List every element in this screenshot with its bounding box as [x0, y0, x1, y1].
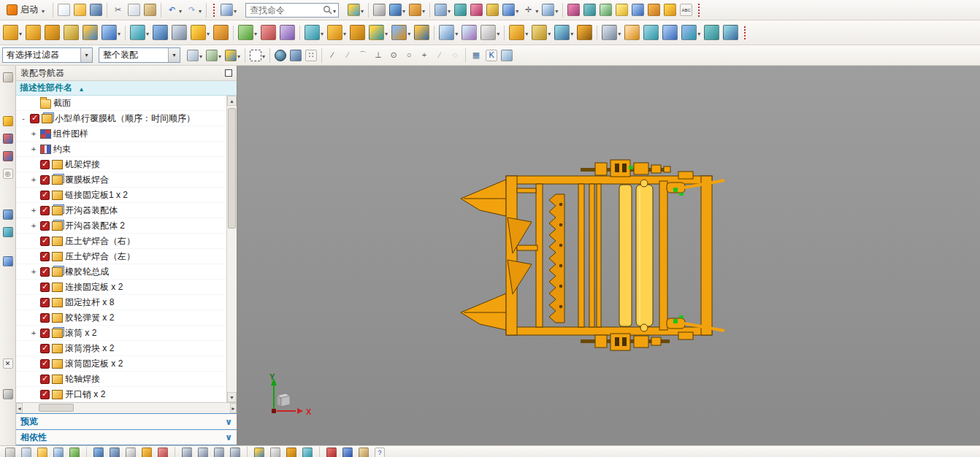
constraint-navigator-tab-icon[interactable]	[2, 133, 14, 145]
undo-icon[interactable]: ↶	[165, 3, 183, 17]
block-icon[interactable]	[190, 24, 210, 41]
layer-settings-icon[interactable]	[453, 3, 467, 17]
vertical-scrollbar[interactable]	[226, 96, 237, 402]
visibility-checkbox[interactable]	[40, 375, 50, 384]
toolbar-drag-handle[interactable]	[697, 2, 700, 18]
paste-icon[interactable]	[143, 3, 157, 17]
center-snap-icon[interactable]: ⊙	[387, 49, 400, 62]
lamp-icon[interactable]	[615, 3, 629, 17]
tree-expander-icon[interactable]: +	[29, 145, 38, 154]
dependencies-section-header[interactable]: 相依性	[16, 429, 237, 445]
visibility-checkbox[interactable]	[40, 267, 50, 277]
selection-box-icon[interactable]	[567, 3, 581, 17]
visibility-checkbox[interactable]	[40, 237, 50, 246]
tree-item[interactable]: +开沟器装配体 2	[16, 218, 226, 234]
new-component-icon[interactable]	[25, 24, 42, 41]
panel-undock-icon[interactable]	[225, 69, 232, 77]
snapshot-icon[interactable]	[269, 447, 281, 457]
ruled-surface-icon[interactable]	[703, 24, 720, 41]
kinematics-icon[interactable]: K	[485, 49, 498, 62]
hd3d-tools-tab-icon[interactable]	[2, 209, 14, 220]
perspective-icon[interactable]	[93, 447, 104, 457]
show-hide-icon-dropdown[interactable]	[448, 5, 451, 15]
undo-icon-dropdown[interactable]	[179, 5, 182, 15]
tree-item[interactable]: +橡胶轮总成	[16, 264, 226, 280]
tree-item[interactable]: 开口销 x 2	[16, 387, 226, 402]
trimetric-view-icon[interactable]	[229, 447, 241, 457]
red-arrow-icon[interactable]	[326, 447, 337, 457]
measure-distance-icon[interactable]	[541, 3, 559, 17]
add-component-icon-dropdown[interactable]	[19, 28, 22, 38]
selection-filter-dropdown-icon[interactable]	[80, 48, 92, 62]
show-hide-icon[interactable]	[434, 3, 451, 17]
hole-icon[interactable]	[171, 24, 188, 41]
through-curves-icon-dropdown[interactable]	[697, 28, 700, 38]
studio-view-icon[interactable]	[141, 447, 153, 457]
toolbar-drag-handle[interactable]	[743, 25, 746, 41]
mirror-feature-icon-dropdown[interactable]	[548, 28, 551, 38]
pan-icon[interactable]	[53, 447, 64, 457]
wireframe-view-icon[interactable]	[125, 447, 137, 457]
quadrant-snap-icon[interactable]: ⊥	[372, 49, 385, 62]
top-view-icon[interactable]	[197, 447, 209, 457]
visibility-checkbox[interactable]	[40, 344, 50, 353]
window-layout-icon[interactable]	[347, 3, 364, 17]
tree-item[interactable]: 机架焊接	[16, 157, 226, 172]
component-pattern-icon[interactable]	[44, 24, 61, 41]
scroll-left-icon[interactable]	[16, 403, 23, 413]
selection-filter-combo[interactable]: 有选择过滤器	[2, 47, 93, 63]
reuse-library-tab-icon[interactable]: ◎	[2, 168, 14, 180]
grid-display-icon[interactable]: ▦	[470, 49, 483, 62]
thread-icon[interactable]	[601, 24, 621, 41]
part-navigator-tab-icon[interactable]	[2, 150, 14, 162]
annotation-icon[interactable]: ABC	[679, 3, 693, 17]
tree-item[interactable]: 压土铲焊合（右）	[16, 234, 226, 249]
selection-scope-dropdown-icon[interactable]	[168, 48, 180, 62]
touch-mode-tab-icon[interactable]	[2, 388, 14, 400]
tree-item[interactable]: +约束	[16, 142, 226, 157]
thicken-icon[interactable]	[643, 24, 659, 41]
sweep-icon[interactable]	[554, 24, 574, 41]
print-icon[interactable]	[372, 3, 386, 17]
blue-arrow-icon[interactable]	[342, 447, 353, 457]
point-icon-dropdown[interactable]	[497, 28, 499, 38]
visibility-checkbox[interactable]	[40, 329, 50, 338]
datum-plane-icon[interactable]	[438, 24, 459, 41]
shaded-ball-icon[interactable]	[274, 49, 287, 62]
trim-body-icon-dropdown[interactable]	[407, 28, 410, 38]
extrude-icon-dropdown[interactable]	[146, 28, 149, 38]
front-view-icon[interactable]	[181, 447, 193, 457]
isometric-view-icon[interactable]	[213, 447, 225, 457]
tree-item[interactable]: 压土铲焊合（左）	[16, 249, 226, 264]
start-menu-button[interactable]: 启动	[2, 2, 49, 18]
tree-item[interactable]: 链接固定板1 x 2	[16, 188, 226, 203]
visibility-checkbox[interactable]	[30, 114, 39, 123]
toolbar-drag-handle[interactable]	[213, 2, 215, 18]
rotate-view-icon[interactable]	[69, 447, 80, 457]
visibility-checkbox[interactable]	[40, 252, 50, 261]
material-icon[interactable]	[470, 3, 483, 17]
system-materials-tab-icon[interactable]: ✕	[2, 358, 14, 369]
angle-snap-icon[interactable]: ∕	[433, 49, 446, 62]
visibility-checkbox[interactable]	[40, 298, 50, 307]
split-body-icon[interactable]	[413, 24, 430, 41]
unite-icon[interactable]	[237, 24, 258, 41]
face-analysis-icon[interactable]	[157, 447, 169, 457]
scroll-right-icon[interactable]	[230, 403, 237, 413]
shell-icon[interactable]	[368, 24, 388, 41]
horizontal-scroll-thumb[interactable]	[39, 404, 74, 412]
visibility-checkbox[interactable]	[40, 221, 50, 231]
display-mode-icon[interactable]	[388, 3, 406, 17]
workpiece-icon[interactable]	[289, 49, 302, 62]
intersect-icon[interactable]	[279, 24, 296, 41]
work-layer-icon[interactable]	[358, 447, 370, 457]
tree-item[interactable]: 轮轴焊接	[16, 372, 226, 387]
revolve-icon[interactable]	[152, 24, 169, 41]
tree-expander-icon[interactable]: +	[29, 129, 38, 139]
chamfer-icon[interactable]	[326, 24, 347, 41]
tree-item[interactable]: +组件图样	[16, 126, 226, 142]
direct-sketch-icon-dropdown[interactable]	[234, 5, 237, 15]
display-mode-icon-dropdown[interactable]	[402, 5, 405, 15]
help-icon[interactable]: ?	[374, 447, 386, 457]
highlight-selection-icon-dropdown[interactable]	[199, 50, 202, 61]
